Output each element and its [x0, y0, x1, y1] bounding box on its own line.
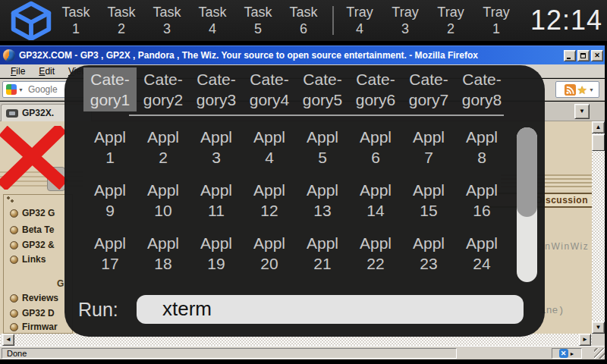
app-1[interactable]: Appl1 [83, 126, 137, 168]
app-grid: Appl1 Appl2 Appl3 Appl4 Appl5 Appl6 Appl… [83, 126, 508, 275]
app-22[interactable]: Appl22 [349, 232, 402, 275]
app-15[interactable]: Appl15 [402, 179, 455, 221]
category-1-selected[interactable]: Cate-gory1 [83, 67, 137, 111]
scroll-up-icon[interactable]: ▲ [592, 121, 605, 133]
window-titlebar[interactable]: GP32X.COM - GP3 , GP2X , Pandora , The W… [0, 46, 607, 64]
app-2[interactable]: Appl2 [137, 126, 190, 168]
bullet-icon [10, 256, 18, 264]
app-20[interactable]: Appl20 [243, 232, 296, 275]
list-all-tabs-button[interactable]: ▼ [574, 104, 590, 119]
close-button[interactable]: ✕ [591, 50, 603, 61]
category-7[interactable]: Cate-gory7 [402, 67, 455, 111]
app-5[interactable]: Appl5 [296, 126, 349, 168]
app-8[interactable]: Appl8 [455, 126, 508, 168]
app-18[interactable]: Appl18 [137, 232, 190, 275]
category-8[interactable]: Cate-gory8 [455, 67, 508, 111]
app-19[interactable]: Appl19 [190, 232, 243, 275]
sidebar-link-gp32d[interactable]: GP32 D [10, 308, 55, 318]
app-16[interactable]: Appl16 [455, 179, 508, 221]
bookmark-star-icon[interactable]: ★ [577, 84, 587, 96]
box-corner-decoration-icon [6, 196, 15, 203]
bullet-icon [10, 241, 18, 249]
app-12[interactable]: Appl12 [243, 179, 296, 221]
app-14[interactable]: Appl14 [349, 179, 402, 221]
extension-icon[interactable]: ✕ [559, 349, 568, 358]
status-bar: Done ✕ ► [0, 346, 607, 359]
rss-feed-icon[interactable] [565, 84, 576, 96]
bullet-icon [10, 209, 18, 218]
taskbar-task-5[interactable]: Task5 [235, 4, 281, 37]
status-message: Done [2, 348, 457, 359]
run-label: Run: [78, 299, 137, 321]
category-5[interactable]: Cate-gory5 [296, 67, 349, 111]
app-11[interactable]: Appl11 [190, 179, 243, 221]
location-bar-end: ★ ▼ [555, 81, 599, 98]
taskbar-tray-2[interactable]: Tray2 [428, 4, 473, 37]
app-7[interactable]: Appl7 [402, 126, 455, 168]
tab-favicon [6, 109, 18, 118]
scroll-right-icon[interactable]: ► [579, 334, 591, 346]
taskbar-task-1[interactable]: Task1 [53, 4, 99, 37]
taskbar-task-3[interactable]: Task3 [144, 4, 190, 37]
sidebar-link-gp32amp[interactable]: GP32 & [10, 240, 55, 250]
taskbar-task-4[interactable]: Task4 [190, 4, 235, 37]
sidebar-menu-box: GP32 G Beta Te GP32 & Links G Reviews GP… [3, 194, 73, 334]
scroll-left-icon[interactable]: ◄ [2, 334, 14, 346]
firefox-icon [3, 49, 15, 61]
category-2[interactable]: Cate-gory2 [137, 67, 190, 111]
bullet-icon [10, 226, 18, 234]
sidebar-link-gp32g[interactable]: GP32 G [10, 208, 55, 218]
sidebar-link-links[interactable]: Links [10, 254, 46, 265]
taskbar-tray-4[interactable]: Tray4 [337, 4, 382, 37]
menu-edit[interactable]: Edit [33, 65, 61, 77]
tray-buttons: Tray4 Tray3 Tray2 Tray1 [337, 4, 519, 37]
run-command-input[interactable] [137, 295, 524, 324]
taskbar-tray-1[interactable]: Tray1 [473, 4, 519, 37]
window-title: GP32X.COM - GP3 , GP2X , Pandora , The W… [19, 50, 564, 61]
app-23[interactable]: Appl23 [402, 232, 455, 275]
launcher-scroll-thumb[interactable] [517, 127, 537, 217]
resize-grip[interactable] [594, 348, 605, 359]
app-10[interactable]: Appl10 [137, 179, 190, 221]
sidebar-link-betate[interactable]: Beta Te [10, 224, 54, 235]
clock: 12:14 [530, 5, 602, 36]
search-engine-dropdown-icon[interactable]: ▼ [18, 87, 24, 93]
taskbar: Task1 Task2 Task3 Task4 Task5 Task6 Tray… [0, 0, 607, 43]
location-dropdown-icon[interactable]: ▼ [589, 87, 594, 93]
app-4[interactable]: Appl4 [243, 126, 296, 168]
bottom-edge [0, 359, 607, 364]
taskbar-task-6[interactable]: Task6 [281, 4, 326, 37]
launcher-scrollbar[interactable] [517, 127, 537, 282]
bullet-icon [10, 309, 18, 318]
minimize-button[interactable] [564, 50, 576, 61]
sidebar-link-reviews[interactable]: Reviews [10, 293, 58, 303]
app-6[interactable]: Appl6 [349, 126, 402, 168]
app-21[interactable]: Appl21 [296, 232, 349, 275]
bullet-icon [10, 294, 18, 303]
statusbar-extension-cell: ✕ ► [552, 348, 582, 359]
app-17[interactable]: Appl17 [83, 232, 137, 275]
status-arrow-icon[interactable]: ► [570, 351, 575, 356]
sidebar-link-firmware[interactable]: Firmwar [10, 322, 58, 332]
app-3[interactable]: Appl3 [190, 126, 243, 168]
menu-file[interactable]: File [5, 65, 31, 77]
scrollbar-corner [592, 334, 605, 346]
scroll-down-icon[interactable]: ▼ [592, 322, 605, 334]
screen: Task1 Task2 Task3 Task4 Task5 Task6 Tray… [0, 0, 607, 364]
vertical-scroll-thumb[interactable] [592, 134, 605, 151]
app-13[interactable]: Appl13 [296, 179, 349, 221]
category-4[interactable]: Cate-gory4 [243, 67, 296, 111]
app-24[interactable]: Appl24 [455, 232, 508, 275]
category-3[interactable]: Cate-gory3 [190, 67, 243, 111]
category-row: Cate-gory1 Cate-gory2 Cate-gory3 Cate-go… [83, 67, 508, 111]
app-9[interactable]: Appl9 [83, 179, 137, 221]
bullet-icon [10, 323, 18, 331]
vertical-scrollbar[interactable]: ▲ ▼ [592, 121, 605, 334]
broken-image-red-x [0, 126, 73, 190]
category-6[interactable]: Cate-gory6 [349, 67, 402, 111]
taskbar-tray-3[interactable]: Tray3 [382, 4, 428, 37]
task-buttons: Task1 Task2 Task3 Task4 Task5 Task6 [53, 4, 326, 37]
google-icon [6, 84, 17, 95]
maximize-button[interactable] [577, 50, 590, 61]
taskbar-task-2[interactable]: Task2 [99, 4, 144, 37]
